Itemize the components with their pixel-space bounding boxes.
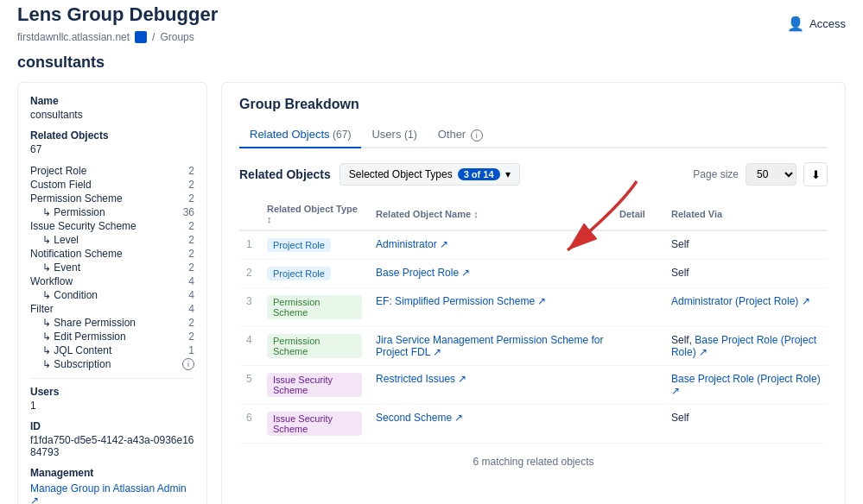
related-objects-table: Related Object Type ↕ Related Object Nam… [239, 198, 828, 444]
breadcrumb-area: Lens Group Debugger firstdawnllc.atlassi… [17, 3, 218, 43]
sidebar-item-level: ↳ Level2 [30, 233, 194, 247]
tab-users[interactable]: Users (1) [361, 123, 427, 148]
row-name: EF: Simplified Permission Scheme ↗ [369, 288, 612, 327]
selected-badge: 3 of 14 [458, 168, 500, 180]
row-name: Restricted Issues ↗ [369, 366, 612, 405]
table-row: 6 Issue Security Scheme Second Scheme ↗ … [239, 405, 828, 444]
row-name-link[interactable]: Restricted Issues ↗ [376, 373, 466, 385]
sidebar-item-event: ↳ Event2 [30, 261, 194, 274]
selected-types-button[interactable]: Selected Object Types 3 of 14 ▾ [339, 163, 520, 186]
sidebar-related-label: Related Objects [30, 129, 194, 142]
table-row: 5 Issue Security Scheme Restricted Issue… [239, 366, 828, 405]
access-button[interactable]: 👤 Access [787, 16, 846, 32]
row-type: Project Role [260, 260, 369, 288]
sidebar-item-filter: Filter4 [30, 302, 194, 316]
col-detail: Detail [612, 198, 664, 230]
row-detail [612, 405, 664, 444]
sidebar-item-subscription: ↳ Subscriptioni [30, 357, 194, 371]
controls-row: Related Objects Selected Object Types 3 … [239, 162, 828, 186]
related-objects-label: Related Objects [239, 167, 331, 181]
row-name: Administrator ↗ [369, 230, 612, 260]
row-type: Project Role [260, 230, 369, 260]
row-detail [612, 366, 664, 405]
sidebar-items-list: Project Role2 Custom Field2 Permission S… [30, 164, 194, 371]
chevron-down-icon: ▾ [505, 168, 511, 180]
row-num: 3 [239, 288, 260, 327]
table-row: 3 Permission Scheme EF: Simplified Permi… [239, 288, 828, 327]
tab-related-label: Related Objects [250, 128, 333, 141]
top-bar: Lens Group Debugger firstdawnllc.atlassi… [0, 0, 863, 47]
sidebar-id-value: f1fda750-d5e5-4142-a43a-0936e1684793 [30, 434, 194, 458]
tab-other-label: Other [438, 128, 469, 141]
sidebar-management-label: Management [30, 467, 194, 479]
breadcrumb-site: firstdawnllc.atlassian.net [17, 31, 130, 43]
sidebar-name-label: Name [30, 95, 194, 107]
main-panel: Group Breakdown Related Objects (67) Use… [221, 82, 846, 504]
tabs-bar: Related Objects (67) Users (1) Other i [239, 123, 828, 148]
row-num: 1 [239, 230, 260, 260]
sidebar-related-count: 67 [30, 143, 194, 155]
row-via-link[interactable]: Base Project Role (Project Role) ↗ [671, 373, 821, 397]
manage-group-link[interactable]: Manage Group in Atlassian Admin ↗ [30, 482, 187, 504]
panel-title: Group Breakdown [239, 97, 828, 112]
sidebar-name-value: consultants [30, 109, 194, 121]
app-header: Lens Group Debugger firstdawnllc.atlassi… [0, 0, 863, 47]
table-header-row: Related Object Type ↕ Related Object Nam… [239, 198, 828, 230]
type-badge: Issue Security Scheme [267, 412, 362, 436]
sidebar-item-custom-field: Custom Field2 [30, 178, 194, 192]
page-size-label: Page size [693, 168, 739, 180]
col-via: Related Via [664, 198, 828, 230]
type-badge: Issue Security Scheme [267, 373, 362, 397]
row-name-link[interactable]: Jira Service Management Permission Schem… [376, 334, 603, 358]
download-button[interactable]: ⬇ [803, 162, 828, 186]
row-name-link[interactable]: EF: Simplified Permission Scheme ↗ [376, 295, 546, 307]
matching-count: 6 matching related objects [239, 444, 828, 471]
row-name: Jira Service Management Permission Schem… [369, 327, 612, 366]
sidebar-item-permission: ↳ Permission36 [30, 205, 194, 219]
row-via: Self [664, 405, 828, 444]
row-via-link[interactable]: Base Project Role (Project Role) ↗ [671, 334, 816, 358]
row-num: 5 [239, 366, 260, 405]
page-subtitle: consultants [0, 47, 863, 82]
download-icon: ⬇ [811, 168, 821, 181]
tab-related-objects[interactable]: Related Objects (67) [239, 123, 361, 148]
row-detail [612, 260, 664, 288]
row-type: Permission Scheme [260, 327, 369, 366]
tab-users-label: Users [371, 128, 404, 141]
type-badge: Project Role [267, 238, 331, 252]
type-badge: Project Role [267, 267, 331, 280]
tab-other[interactable]: Other i [428, 123, 493, 148]
row-type: Permission Scheme [260, 288, 369, 327]
sidebar-item-edit-permission: ↳ Edit Permission2 [30, 330, 194, 343]
row-via: Self, Base Project Role (Project Role) ↗ [664, 327, 828, 366]
bar-chart-icon [135, 31, 147, 43]
table-container: Related Object Type ↕ Related Object Nam… [239, 198, 828, 471]
table-row: 1 Project Role Administrator ↗ Self [239, 230, 828, 260]
row-detail [612, 230, 664, 260]
type-badge: Permission Scheme [267, 334, 362, 358]
breadcrumb-separator: / [152, 31, 155, 43]
col-num [239, 198, 260, 230]
sidebar-item-share-permission: ↳ Share Permission2 [30, 316, 194, 330]
row-detail [612, 327, 664, 366]
row-via: Self [664, 230, 828, 260]
user-icon: 👤 [787, 16, 804, 32]
row-name-link[interactable]: Administrator ↗ [376, 238, 448, 250]
sidebar-item-notification-scheme: Notification Scheme2 [30, 247, 194, 261]
row-num: 6 [239, 405, 260, 444]
row-via: Administrator (Project Role) ↗ [664, 288, 828, 327]
controls-right: Page size 50 25 100 ⬇ [693, 162, 828, 186]
tab-other-info-icon: i [471, 129, 483, 142]
sidebar-users-label: Users [30, 386, 194, 398]
row-num: 2 [239, 260, 260, 288]
app-title: Lens Group Debugger [17, 3, 218, 26]
page-size-select[interactable]: 50 25 100 [746, 163, 796, 186]
table-row: 4 Permission Scheme Jira Service Managem… [239, 327, 828, 366]
sidebar-item-jql-content: ↳ JQL Content1 [30, 343, 194, 357]
breadcrumb: firstdawnllc.atlassian.net / Groups [17, 31, 218, 43]
row-via-link[interactable]: Administrator (Project Role) ↗ [671, 295, 810, 307]
row-name-link[interactable]: Second Scheme ↗ [376, 412, 463, 424]
row-name-link[interactable]: Base Project Role ↗ [376, 267, 470, 279]
row-type: Issue Security Scheme [260, 405, 369, 444]
sidebar-item-workflow: Workflow4 [30, 274, 194, 288]
